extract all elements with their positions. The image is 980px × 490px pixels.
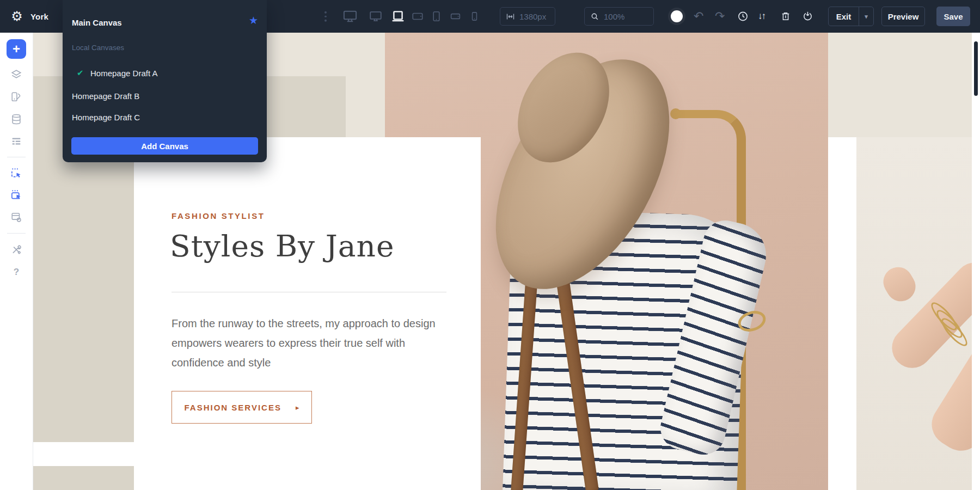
tools-icon[interactable]	[11, 244, 22, 255]
device-tablet-icon[interactable]	[431, 11, 442, 22]
save-button[interactable]: Save	[936, 7, 970, 26]
next-section-strip	[33, 466, 134, 490]
active-check-icon: ✔	[77, 68, 89, 78]
canvas-width-input[interactable]	[519, 12, 549, 21]
zoom-magnifier-icon	[590, 12, 599, 21]
exit-button[interactable]: Exit ▾	[828, 7, 874, 26]
device-tablet-landscape-icon[interactable]	[412, 10, 424, 22]
hero-text-card: FASHION STYLIST Styles By Jane From the …	[134, 137, 481, 490]
add-canvas-button[interactable]: Add Canvas	[71, 137, 258, 155]
preview-button[interactable]: Preview	[881, 7, 925, 26]
favorite-star-icon[interactable]: ★	[249, 14, 258, 27]
cta-arrow-icon: ▸	[296, 403, 299, 412]
canvas-item-label: Homepage Draft C	[72, 113, 140, 122]
app-root: ⚙ York	[0, 0, 980, 490]
width-arrows-icon	[506, 12, 515, 21]
select-element-icon[interactable]	[10, 167, 23, 180]
fashion-services-button[interactable]: FASHION SERVICES ▸	[171, 391, 312, 424]
canvas-item-homepage-draft-c[interactable]: Homepage Draft C	[63, 109, 267, 125]
page-heading[interactable]: Styles By Jane	[170, 229, 394, 264]
history-clock-icon[interactable]	[737, 11, 749, 22]
power-export-icon[interactable]	[802, 11, 813, 22]
canvas-width-field	[500, 7, 555, 26]
left-accent-strip	[33, 137, 134, 442]
content-rows-icon[interactable]	[10, 136, 22, 148]
eyebrow-text[interactable]: FASHION STYLIST	[171, 211, 265, 220]
design-swatches-icon[interactable]	[10, 91, 22, 103]
canvas-item-homepage-draft-b[interactable]: Homepage Draft B	[63, 88, 267, 104]
device-phone-icon[interactable]	[469, 11, 480, 22]
hand-shape	[878, 262, 921, 307]
canvas-item-homepage-draft-a[interactable]: ✔ Homepage Draft A	[63, 65, 267, 81]
sidebar-divider	[7, 157, 26, 157]
zoom-level-input[interactable]	[604, 12, 648, 21]
device-laptop-icon[interactable]	[391, 9, 405, 23]
canvas-bg-color-toggle[interactable]	[671, 10, 683, 22]
white-circle-swatch	[671, 10, 683, 22]
device-phone-landscape-icon[interactable]	[450, 11, 461, 22]
add-element-button[interactable]: +	[7, 39, 26, 59]
undo-icon[interactable]: ↶	[694, 10, 703, 22]
select-container-icon[interactable]	[10, 189, 23, 201]
plus-icon: +	[13, 42, 20, 56]
layers-icon[interactable]	[10, 69, 22, 81]
trash-icon[interactable]	[780, 11, 791, 22]
sidebar-divider	[7, 233, 26, 234]
redo-icon[interactable]: ↷	[715, 10, 725, 22]
preview-label: Preview	[888, 12, 919, 21]
exit-caret-icon[interactable]: ▾	[859, 7, 873, 26]
zoom-field	[584, 7, 654, 26]
device-desktop-large-icon[interactable]	[342, 9, 358, 24]
cta-label: FASHION SERVICES	[185, 403, 281, 412]
templates-icon[interactable]	[10, 211, 22, 223]
sort-arrows-icon[interactable]: ↓↑	[758, 11, 765, 22]
canvas-item-label: Homepage Draft A	[90, 69, 157, 78]
heading-divider	[171, 292, 446, 292]
canvas-item-label: Homepage Draft B	[72, 91, 139, 101]
brand-name: York	[30, 12, 48, 21]
intro-paragraph[interactable]: From the runway to the streets, my appro…	[171, 314, 446, 372]
vertical-scrollbar-thumb[interactable]	[974, 41, 978, 96]
more-options-icon[interactable]	[324, 10, 327, 23]
exit-label: Exit	[829, 12, 859, 21]
database-icon[interactable]	[10, 113, 22, 125]
canvas-switcher-panel: Main Canvas ★ Local Canvases ✔ Homepage …	[63, 0, 267, 162]
current-canvas-title[interactable]: Main Canvas	[72, 18, 122, 27]
device-desktop-icon[interactable]	[369, 9, 383, 23]
local-canvases-label: Local Canvases	[72, 44, 124, 52]
side-image[interactable]	[856, 137, 972, 490]
rack-knob	[670, 108, 681, 119]
save-label: Save	[944, 12, 963, 21]
settings-gear-icon[interactable]: ⚙	[9, 8, 25, 24]
help-question-icon[interactable]: ?	[14, 267, 19, 278]
left-sidebar: + ?	[0, 33, 33, 490]
